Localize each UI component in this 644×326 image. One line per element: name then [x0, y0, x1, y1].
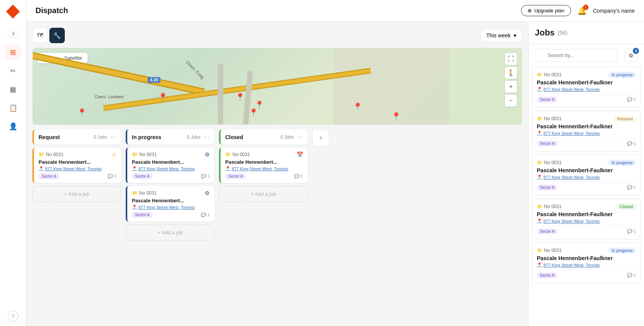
sidebar-item-calculator[interactable]: ▦	[5, 82, 21, 97]
jlc-address[interactable]: 📍 877 King Street West, Toronto	[537, 131, 636, 136]
jlc-address[interactable]: 📍 877 King Street West, Toronto	[537, 175, 636, 180]
upgrade-plan-button[interactable]: ⊕ Upgrade plan	[521, 5, 571, 16]
help-button[interactable]: ?	[8, 311, 19, 321]
job-address: 📍 877 King Street West, Toronto	[39, 166, 116, 171]
job-list-item[interactable]: 📁 No 0031 In progress Pascale Hennenbert…	[532, 67, 641, 108]
location-icon: 📍	[537, 131, 542, 136]
kanban-job-card[interactable]: 📁 No 0031 ⚙ Pascale Hennenbert... 📍 877 …	[126, 186, 214, 222]
map-container: Chem. Lambert Chem. Craig A 20 📍 📍 📍 📍 📍…	[32, 48, 522, 125]
map-pin-3[interactable]: 📍	[235, 92, 245, 102]
location-icon: 📍	[225, 166, 231, 171]
job-number: 📁 No 0031	[225, 152, 250, 157]
jlc-address[interactable]: 📍 877 King Street West, Toronto	[537, 87, 636, 92]
map-fullscreen-button[interactable]: ⛶	[505, 53, 517, 65]
location-icon: 📍	[537, 87, 542, 92]
jlc-name: Pascale Hennenbert-Faulkner	[537, 123, 636, 129]
company-name: Company's name	[593, 8, 635, 14]
job-card-header: 📁 No 0031 📅	[225, 151, 303, 158]
comment-count: 💬 1	[294, 174, 303, 179]
sector-badge: Sector A	[39, 173, 59, 179]
week-selector[interactable]: This week ▾	[480, 29, 522, 42]
sector-badge: Sector A	[537, 141, 558, 146]
sidebar-item-docs[interactable]: 📋	[5, 100, 21, 116]
map-pin-7[interactable]: 📍	[391, 112, 401, 121]
status-badge: In progress	[609, 247, 636, 254]
comment-count: 💬 1	[627, 141, 636, 146]
add-column-button[interactable]: +	[312, 129, 329, 146]
jlc-name: Pascale Hennenbert-Faulkner	[537, 79, 636, 86]
jlc-name: Pascale Hennenbert-Faulkner	[537, 167, 636, 173]
folder-icon: 📁	[225, 152, 231, 157]
sidebar-item-user[interactable]: 👤	[5, 119, 21, 134]
sidebar-nav: ⊞ ✂ ▦ 📋 👤	[5, 45, 21, 311]
map-pin-5[interactable]: 📍	[249, 108, 258, 117]
search-bar: 🔍 ⚙ 3	[535, 49, 638, 62]
kanban-job-card[interactable]: 📁 No 0031 ⚠ Pascale Hennenbert... 📍 877 …	[32, 148, 121, 183]
notification-badge: 1	[583, 5, 588, 10]
map-pin-2[interactable]: 📍	[158, 92, 168, 102]
map-person-button[interactable]: 🚶	[505, 67, 517, 79]
kanban-job-card[interactable]: 📁 No 0031 📅 Pascale Hennenbert... 📍 877 …	[219, 148, 308, 183]
kanban-menu-inprogress[interactable]: ⋯	[204, 133, 210, 141]
sidebar-collapse-button[interactable]: ❯	[8, 28, 19, 39]
sector-badge: Sector A	[537, 272, 558, 278]
folder-icon: 📁	[537, 204, 543, 209]
kanban-menu-request[interactable]: ⋯	[110, 133, 116, 141]
app-logo	[6, 5, 20, 18]
job-list-item[interactable]: 📁 No 0031 Request Pascale Hennenbert-Fau…	[532, 111, 641, 151]
jlc-footer: Sector A 💬 1	[537, 270, 636, 278]
jlc-header: 📁 No 0031 In progress	[537, 72, 636, 78]
road-3	[218, 64, 223, 124]
job-card-header: 📁 No 0031 ⚙	[132, 190, 210, 196]
header: Dispatch ⊕ Upgrade plan 🔔 1 Company's na…	[26, 0, 644, 22]
add-job-button-inprogress[interactable]: + Add a job	[126, 225, 214, 240]
jlc-address[interactable]: 📍 877 King Street West, Toronto	[537, 218, 636, 223]
status-badge: Closed	[617, 203, 636, 210]
kanban-header-inprogress: In progress 0 Jobs ⋯	[126, 129, 214, 145]
sector-badge: Sector A	[537, 229, 558, 234]
comment-count: 💬 1	[201, 212, 210, 217]
jlc-number: 📁 No 0031	[537, 116, 561, 121]
job-address: 📍 877 King Street West, Toronto	[225, 166, 303, 171]
sector-badge: Sector A	[132, 173, 153, 179]
map-controls: ⛶ 🚶 + −	[505, 53, 517, 107]
location-icon: 📍	[132, 205, 137, 210]
filter-button[interactable]: ⚙ 3	[624, 49, 638, 62]
search-input[interactable]	[535, 49, 617, 62]
map-background: Chem. Lambert Chem. Craig A 20 📍 📍 📍 📍 📍…	[33, 48, 522, 124]
sidebar-item-grid[interactable]: ⊞	[5, 45, 21, 60]
job-address: 📍 877 King Street West, Toronto	[132, 166, 210, 171]
job-list-item[interactable]: 📁 No 0031 Closed Pascale Hennenbert-Faul…	[532, 198, 641, 239]
jobs-list: 📁 No 0031 In progress Pascale Hennenbert…	[529, 67, 644, 326]
location-icon: 📍	[537, 262, 542, 267]
sidebar-item-tools[interactable]: ✂	[5, 63, 21, 79]
upgrade-icon: ⊕	[528, 8, 532, 13]
toolbar-left: 🗺 🔧	[32, 28, 65, 43]
comment-count: 💬 1	[627, 229, 636, 234]
job-list-item[interactable]: 📁 No 0031 In progress Pascale Hennenbert…	[532, 242, 641, 283]
jlc-footer: Sector A 💬 1	[537, 182, 636, 190]
jlc-header: 📁 No 0031 In progress	[537, 160, 636, 166]
right-panel-header: Jobs (56)	[529, 22, 644, 44]
job-name: Pascale Hennenbert...	[225, 159, 303, 165]
map-zoom-out-button[interactable]: −	[505, 94, 517, 107]
sector-badge: Sector A	[132, 212, 153, 218]
wrench-view-button[interactable]: 🔧	[49, 28, 65, 43]
notifications-button[interactable]: 🔔 1	[577, 6, 587, 15]
add-job-button-request[interactable]: + Add a job	[32, 186, 121, 202]
job-list-item[interactable]: 📁 No 0031 In progress Pascale Hennenbert…	[532, 155, 641, 195]
add-job-button-closed[interactable]: + Add a job	[219, 186, 308, 202]
kanban-job-card[interactable]: 📁 No 0031 ⚙ Pascale Hennenbert... 📍 877 …	[126, 148, 214, 183]
folder-icon: 📁	[132, 152, 138, 157]
jlc-footer: Sector A 💬 1	[537, 138, 636, 146]
kanban-title-closed: Closed	[225, 134, 280, 140]
jlc-address[interactable]: 📍 877 King Street West, Toronto	[537, 262, 636, 267]
map-zoom-in-button[interactable]: +	[505, 81, 517, 93]
kanban-menu-closed[interactable]: ⋯	[297, 133, 303, 141]
map-view-button[interactable]: 🗺	[32, 28, 48, 43]
map-pin-6[interactable]: 📍	[353, 102, 362, 111]
location-icon: 📍	[39, 166, 44, 171]
sidebar-bottom: ?	[8, 311, 19, 321]
folder-icon: 📁	[537, 160, 543, 165]
map-pin-1[interactable]: 📍	[77, 108, 87, 117]
